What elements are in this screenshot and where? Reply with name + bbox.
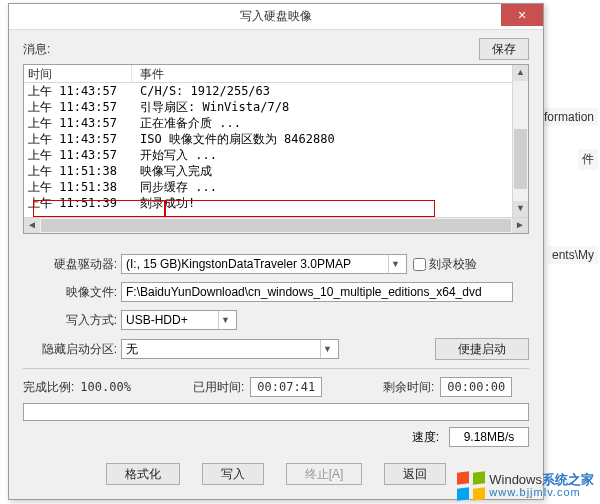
titlebar: 写入硬盘映像 × [9,4,543,30]
list-item[interactable]: 上午 11:51:38同步缓存 ... [24,179,528,195]
remain-label: 剩余时间: [383,379,434,396]
verify-checkbox-input[interactable] [413,258,426,271]
list-item[interactable]: 上午 11:51:38映像写入完成 [24,163,528,179]
drive-value: (I:, 15 GB)KingstonDataTraveler 3.0PMAP [126,257,351,271]
background-text: 件 [578,149,598,170]
write-mode-value: USB-HDD+ [126,313,188,327]
background-text: ents\My [548,246,598,264]
drive-combobox[interactable]: (I:, 15 GB)KingstonDataTraveler 3.0PMAP … [121,254,407,274]
speed-label: 速度: [412,429,439,446]
write-mode-combobox[interactable]: USB-HDD+ ▼ [121,310,237,330]
message-label: 消息: [23,41,50,58]
horizontal-scrollbar[interactable]: ◄ ► [24,217,528,233]
watermark: Windows系统之家 www.bjjmlv.com [457,472,594,500]
hidden-boot-label: 隐藏启动分区: [23,341,121,358]
write-button[interactable]: 写入 [202,463,264,485]
list-item[interactable]: 上午 11:43:57引导扇区: WinVista/7/8 [24,99,528,115]
convenient-boot-button[interactable]: 便捷启动 [435,338,529,360]
dialog-window: 写入硬盘映像 × 消息: 保存 时间 事件 上午 11:43:57C/H/S: … [8,3,544,500]
image-path-input[interactable] [121,282,513,302]
elapsed-value: 00:07:41 [250,377,322,397]
save-button[interactable]: 保存 [479,38,529,60]
list-item[interactable]: 上午 11:43:57ISO 映像文件的扇区数为 8462880 [24,131,528,147]
abort-button: 终止[A] [286,463,363,485]
vertical-scrollbar[interactable]: ▲ ▼ [512,65,528,217]
verify-label: 刻录校验 [429,256,477,273]
window-title: 写入硬盘映像 [240,8,312,25]
back-button[interactable]: 返回 [384,463,446,485]
drive-label: 硬盘驱动器: [23,256,121,273]
column-time[interactable]: 时间 [24,65,132,82]
watermark-brand: Windows系统之家 [489,473,594,486]
list-item[interactable]: 上午 11:51:39刻录成功! [24,195,528,211]
list-item[interactable]: 上午 11:43:57正在准备介质 ... [24,115,528,131]
remain-value: 00:00:00 [440,377,512,397]
log-listview[interactable]: 时间 事件 上午 11:43:57C/H/S: 1912/255/63 上午 1… [23,64,529,234]
close-button[interactable]: × [501,4,543,26]
complete-label: 完成比例: [23,379,74,396]
windows-logo-icon [457,472,485,500]
progress-bar [23,403,529,421]
scroll-thumb[interactable] [41,219,511,232]
scroll-left-icon[interactable]: ◄ [24,218,40,233]
column-event[interactable]: 事件 [132,65,528,82]
verify-checkbox[interactable]: 刻录校验 [413,256,477,273]
log-body: 上午 11:43:57C/H/S: 1912/255/63 上午 11:43:5… [24,83,528,217]
format-button[interactable]: 格式化 [106,463,180,485]
elapsed-label: 已用时间: [193,379,244,396]
scroll-right-icon[interactable]: ► [512,218,528,233]
chevron-down-icon: ▼ [320,340,334,358]
scroll-thumb[interactable] [514,129,527,189]
chevron-down-icon: ▼ [388,255,402,273]
list-item[interactable]: 上午 11:43:57C/H/S: 1912/255/63 [24,83,528,99]
complete-value: 100.00% [80,380,131,394]
hidden-boot-value: 无 [126,341,138,358]
speed-value: 9.18MB/s [449,427,529,447]
log-header: 时间 事件 [24,65,528,83]
image-label: 映像文件: [23,284,121,301]
scroll-up-icon[interactable]: ▲ [513,65,528,81]
chevron-down-icon: ▼ [218,311,232,329]
hidden-boot-combobox[interactable]: 无 ▼ [121,339,339,359]
list-item[interactable]: 上午 11:43:57开始写入 ... [24,147,528,163]
write-mode-label: 写入方式: [23,312,121,329]
client-area: 消息: 保存 时间 事件 上午 11:43:57C/H/S: 1912/255/… [9,30,543,499]
scroll-down-icon[interactable]: ▼ [513,201,528,217]
watermark-url: www.bjjmlv.com [489,486,594,499]
